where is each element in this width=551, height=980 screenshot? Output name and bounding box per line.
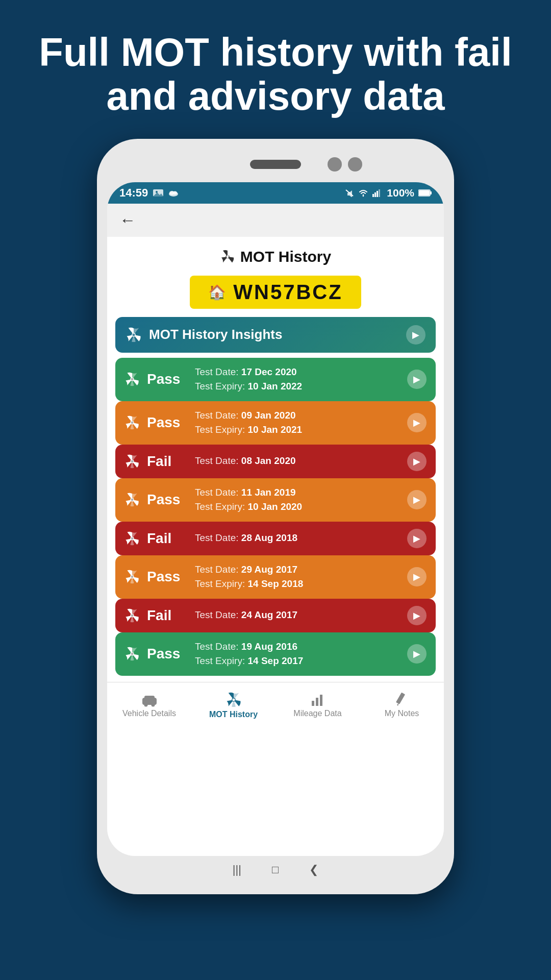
mot-status-5: Pass	[147, 569, 188, 585]
mot-row-left-3: Pass Test Date: 11 Jan 2019 Test Expiry:…	[124, 485, 302, 514]
license-plate: 🏠 WN57BCZ	[190, 276, 361, 309]
mot-play-button-1[interactable]: ▶	[407, 413, 427, 432]
mot-status-3: Pass	[147, 492, 188, 508]
mot-row-left-6: Fail Test Date: 24 Aug 2017	[124, 607, 297, 624]
plate-number: WN57BCZ	[233, 281, 342, 304]
mot-play-button-3[interactable]: ▶	[407, 490, 427, 509]
radiation-icon-row-2	[124, 454, 140, 469]
radiation-icon-row-3	[124, 492, 140, 507]
radiation-nav-icon	[226, 692, 242, 708]
gesture-recent: ❮	[309, 863, 318, 876]
cloud-icon	[168, 189, 179, 197]
gallery-icon	[153, 189, 163, 197]
chart-icon	[311, 693, 325, 707]
phone-cameras	[328, 157, 362, 172]
radiation-icon-insights	[126, 327, 142, 343]
radiation-icon-row-5	[124, 569, 140, 584]
back-button[interactable]: ←	[119, 211, 136, 230]
svg-point-23	[131, 460, 134, 462]
radiation-icon-title	[220, 249, 235, 264]
garage-icon: 🏠	[208, 284, 226, 301]
svg-point-15	[226, 255, 229, 258]
svg-point-31	[131, 614, 134, 617]
car-icon	[141, 693, 158, 707]
mot-row-left-5: Pass Test Date: 29 Aug 2017 Test Expiry:…	[124, 562, 303, 592]
wifi-icon	[358, 189, 368, 197]
pencil-icon	[395, 693, 409, 707]
status-time: 14:59	[119, 186, 179, 200]
insights-left: MOT History Insights	[126, 327, 282, 343]
camera-2	[348, 157, 362, 172]
mot-dates-2: Test Date: 08 Jan 2020	[195, 454, 296, 469]
insights-row[interactable]: MOT History Insights ▶	[115, 317, 436, 353]
plate-container: 🏠 WN57BCZ	[107, 271, 444, 317]
mot-status-4: Fail	[147, 530, 188, 547]
mot-play-button-4[interactable]: ▶	[407, 529, 427, 548]
svg-rect-42	[320, 695, 322, 706]
mot-row-left-1: Pass Test Date: 09 Jan 2020 Test Expiry:…	[124, 408, 302, 437]
svg-rect-35	[144, 696, 155, 701]
svg-point-19	[131, 378, 134, 381]
bottom-nav: Vehicle Details MOT History	[107, 682, 444, 728]
mot-play-button-2[interactable]: ▶	[407, 452, 427, 471]
phone-screen: 14:59 100% ←	[107, 182, 444, 856]
mot-row-0[interactable]: Pass Test Date: 17 Dec 2020 Test Expiry:…	[115, 358, 436, 401]
svg-rect-41	[316, 698, 318, 706]
nav-mot-label: MOT History	[209, 710, 258, 719]
mot-status-2: Fail	[147, 453, 188, 470]
svg-point-37	[151, 703, 155, 707]
mot-status-0: Pass	[147, 371, 188, 387]
mot-row-7[interactable]: Pass Test Date: 19 Aug 2016 Test Expiry:…	[115, 632, 436, 676]
mot-row-6[interactable]: Fail Test Date: 24 Aug 2017 ▶	[115, 599, 436, 632]
gesture-home: □	[272, 863, 279, 876]
mot-row-left-4: Fail Test Date: 28 Aug 2018	[124, 530, 297, 547]
nav-mileage-label: Mileage Data	[293, 709, 341, 718]
mot-dates-0: Test Date: 17 Dec 2020 Test Expiry: 10 J…	[195, 365, 302, 394]
nav-vehicle-details[interactable]: Vehicle Details	[107, 693, 191, 718]
nav-mileage-data[interactable]: Mileage Data	[276, 693, 360, 718]
mot-play-button-6[interactable]: ▶	[407, 606, 427, 625]
svg-point-33	[131, 653, 134, 655]
nav-my-notes[interactable]: My Notes	[360, 693, 444, 718]
svg-point-29	[131, 576, 134, 578]
mot-row-2[interactable]: Fail Test Date: 08 Jan 2020 ▶	[115, 445, 436, 478]
svg-rect-10	[379, 189, 380, 197]
svg-point-21	[131, 422, 134, 424]
svg-rect-7	[372, 194, 374, 197]
mot-dates-1: Test Date: 09 Jan 2020 Test Expiry: 10 J…	[195, 408, 302, 437]
mot-row-4[interactable]: Fail Test Date: 28 Aug 2018 ▶	[115, 522, 436, 555]
mot-play-button-0[interactable]: ▶	[407, 370, 427, 389]
nav-notes-label: My Notes	[385, 709, 419, 718]
mot-status-7: Pass	[147, 646, 188, 662]
svg-rect-40	[312, 701, 314, 706]
mot-status-1: Pass	[147, 414, 188, 431]
mot-dates-7: Test Date: 19 Aug 2016 Test Expiry: 14 S…	[195, 640, 303, 669]
page-title: MOT History	[240, 248, 331, 265]
screen-content: MOT History 🏠 WN57BCZ	[107, 237, 444, 856]
phone-notch	[107, 149, 444, 180]
nav-mot-history[interactable]: MOT History	[191, 692, 276, 719]
mot-dates-4: Test Date: 28 Aug 2018	[195, 531, 297, 546]
camera-1	[328, 157, 342, 172]
page-title-area: MOT History	[107, 237, 444, 271]
svg-point-17	[132, 333, 135, 336]
gesture-nav: ||| □ ❮	[233, 863, 318, 876]
svg-point-27	[131, 537, 134, 540]
insights-play-button[interactable]: ▶	[406, 325, 425, 345]
mot-play-button-7[interactable]: ▶	[407, 644, 427, 664]
radiation-icon-row-0	[124, 372, 140, 387]
mot-row-3[interactable]: Pass Test Date: 11 Jan 2019 Test Expiry:…	[115, 478, 436, 522]
mot-row-5[interactable]: Pass Test Date: 29 Aug 2017 Test Expiry:…	[115, 555, 436, 599]
svg-point-36	[144, 703, 147, 707]
battery-icon	[418, 189, 432, 197]
mot-dates-6: Test Date: 24 Aug 2017	[195, 608, 297, 623]
radiation-icon-row-6	[124, 608, 140, 623]
svg-point-5	[173, 191, 177, 194]
gesture-back: |||	[233, 863, 241, 876]
mot-play-button-5[interactable]: ▶	[407, 567, 427, 586]
phone-bottom-bar: ||| □ ❮	[107, 856, 444, 884]
battery-text: 100%	[387, 187, 414, 199]
mot-row-left-7: Pass Test Date: 19 Aug 2016 Test Expiry:…	[124, 640, 303, 669]
mot-row-1[interactable]: Pass Test Date: 09 Jan 2020 Test Expiry:…	[115, 401, 436, 445]
phone-speaker	[250, 160, 301, 169]
